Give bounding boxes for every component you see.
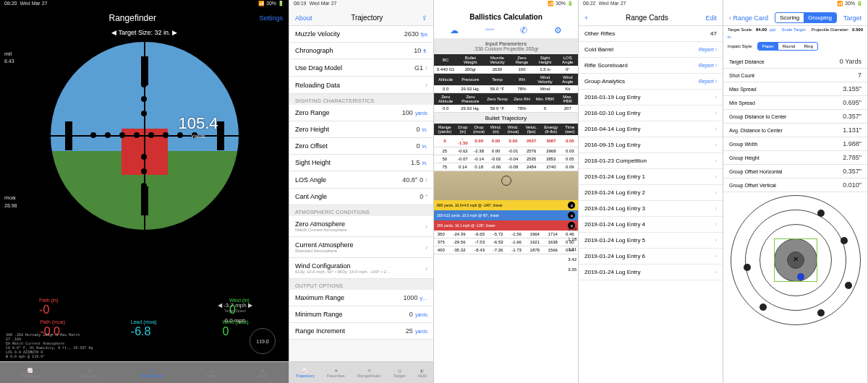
scope-view[interactable]: 105.4Yards: [51, 42, 239, 230]
range-card-row[interactable]: Group AnalyticsReport ›: [579, 74, 723, 90]
range-card-row[interactable]: 2019-01-24 Log Entry 2›: [579, 185, 723, 201]
mode-segment[interactable]: ScoringGrouping: [775, 12, 837, 23]
list-row[interactable]: LOS Angle40.8° 0 ›: [289, 171, 433, 189]
status-bar: 📶 30% 🔋: [723, 0, 867, 10]
tab-bar: 📈Trajectory ★Favorites ✛Rangefinder ◎Tar…: [0, 361, 289, 383]
stat-row: Group Offset Vertical0.010": [723, 178, 867, 192]
target-button[interactable]: Target: [843, 14, 861, 22]
terrain-view[interactable]: [434, 171, 578, 200]
list-row[interactable]: Current AtmosphereStandard Atmosphere ›: [289, 237, 433, 258]
stat-row: Min Spread0.695": [723, 96, 867, 110]
status-bar: 08:19 Wed Mar 27: [289, 0, 433, 10]
close-icon[interactable]: ✕: [568, 212, 575, 219]
list-row[interactable]: Zero Range100yards: [289, 105, 433, 121]
list-row[interactable]: Zero Offset0in.: [289, 138, 433, 155]
list-row[interactable]: Chronograph10ft.: [289, 43, 433, 59]
range-card-row[interactable]: Cold BarrelReport ›: [579, 42, 723, 58]
range-card-row[interactable]: 2016-09-15 Log Entry›: [579, 137, 723, 153]
list-row[interactable]: Minimum Range0yards: [289, 306, 433, 323]
status-bar: 📶 30% 🔋: [434, 0, 578, 10]
target-size-label: ◀ Target Size: 32 in. ▶: [0, 29, 289, 36]
back-button[interactable]: ‹ Range Card: [729, 14, 768, 22]
range-card-row[interactable]: 2019-01-24 Log Entry 1›: [579, 169, 723, 185]
list-row[interactable]: Range Increment25yards: [289, 323, 433, 340]
scale-target-button[interactable]: Scale Target: [781, 27, 805, 32]
pane-trajectory: 08:19 Wed Mar 27 About Trajectory ⇪ Muzz…: [289, 0, 434, 383]
cloud-icon[interactable]: ☁︎: [450, 25, 459, 35]
range-card-row[interactable]: 2019-01-24 Log Entry›: [579, 264, 723, 280]
range-card-row[interactable]: 2018-01-23 Competition›: [579, 153, 723, 169]
list-row[interactable]: Zero AtmosphereMatch Current Atmosphere …: [289, 216, 433, 237]
wind-icon[interactable]: 〰: [485, 25, 494, 35]
phone-icon[interactable]: ✆: [520, 25, 527, 35]
range-card-row[interactable]: 2016-02-10 Log Entry›: [579, 106, 723, 121]
wind-band[interactable]: 200 yards, 16.1 mph @ -135°, linear✕: [434, 220, 578, 231]
stat-row: Max Spread3.155": [723, 82, 867, 96]
tab-trajectory[interactable]: 📈Trajectory: [296, 368, 315, 378]
list-row[interactable]: Sight Height1.5in.: [289, 155, 433, 171]
stat-row: Shot Count7: [723, 69, 867, 82]
list-row[interactable]: Muzzle Velocity2630fps: [289, 26, 433, 43]
tab-rangefinder[interactable]: ✛Rangefinder: [140, 368, 164, 378]
edit-button[interactable]: Edit: [705, 14, 717, 22]
target-face[interactable]: ✕: [731, 195, 861, 325]
range-card-row[interactable]: 2016-04-14 Log Entry›: [579, 121, 723, 137]
speed-readout: ◀ -3.7 mph ▶ Target Speed 0.0 mph: [218, 302, 252, 324]
list-row[interactable]: Use Drag ModelG1 ›: [289, 59, 433, 77]
list-row[interactable]: Wind Configuration613y, 10.0 mph, 90° • …: [289, 258, 433, 279]
settings-button[interactable]: Settings: [259, 14, 283, 22]
input-params-header: Input Parameters.338 Custom Projectile 2…: [434, 38, 578, 54]
add-button[interactable]: +: [584, 14, 588, 22]
status-bar: 08:20 Wed Mar 27 📶 30% 🔋: [0, 0, 289, 10]
range-card-row[interactable]: Rifle ScoreboardReport ›: [579, 58, 723, 74]
about-button[interactable]: About: [295, 14, 312, 22]
tab-favorites[interactable]: ★Favorites: [81, 368, 99, 378]
impact-segment[interactable]: PaperRoundRing: [757, 42, 818, 51]
mil-readout: mil8.43 moa28.98: [4, 51, 17, 209]
pane-rangefinder: 08:20 Wed Mar 27 📶 30% 🔋 Rangefinder Set…: [0, 0, 289, 383]
close-icon[interactable]: ✕: [568, 202, 575, 209]
wind-band[interactable]: 800 yards, 10.0×4.0 mph @ -140°, linear✕: [434, 200, 578, 210]
page-title: Range Cards: [626, 14, 668, 22]
range-card-row[interactable]: 2019-01-24 Log Entry 4›: [579, 217, 723, 233]
icon-row: ☁︎ 〰 ✆ ⚙︎: [434, 22, 578, 38]
stat-row: Group Width1.988": [723, 137, 867, 151]
distance-readout: 105.4Yards: [178, 114, 218, 139]
stat-row: Group Offset Horizontal0.357": [723, 165, 867, 178]
page-title: Ballistics Calculation: [434, 10, 578, 22]
list-row[interactable]: Zero Height0in.: [289, 121, 433, 138]
pane-ballistics: 📶 30% 🔋 Ballistics Calculation ☁︎ 〰 ✆ ⚙︎…: [434, 0, 579, 383]
pane-range-cards: 08:22 Wed Mar 27 + Range Cards Edit Othe…: [579, 0, 723, 383]
wind-band[interactable]: 265-613 yards, 10.0 mph @ 90°, linear✕: [434, 210, 578, 220]
range-card-row[interactable]: Other Rifles47: [579, 26, 723, 42]
stat-row: Group Distance to Center0.357": [723, 110, 867, 124]
stat-row: Target Distance0 Yards: [723, 55, 867, 69]
range-card-row[interactable]: 2016-01-19 Log Entry›: [579, 90, 723, 106]
list-row[interactable]: Cant Angle0°: [289, 189, 433, 205]
pane-target-card: 📶 30% 🔋 ‹ Range Card ScoringGrouping Tar…: [723, 0, 868, 383]
atmo-summary: 308 .264 Hornady 140gr A-Max Match G7 .1…: [6, 332, 93, 358]
tab-target[interactable]: ◎Target: [205, 368, 218, 378]
share-icon[interactable]: ⇪: [422, 14, 427, 22]
status-bar: 08:22 Wed Mar 27: [579, 0, 723, 10]
list-row[interactable]: Reloading Data ›: [289, 77, 433, 94]
stat-row: Group Height2.785": [723, 151, 867, 165]
tab-trajectory[interactable]: 📈Trajectory: [21, 368, 40, 378]
range-card-row[interactable]: 2019-01-24 Log Entry 6›: [579, 249, 723, 264]
list-row[interactable]: Maximum Range1000y…: [289, 290, 433, 306]
page-title: Trajectory: [351, 14, 383, 22]
range-card-row[interactable]: 2019-01-24 Log Entry 3›: [579, 201, 723, 217]
stat-row: Avg. Distance to Center1.131": [723, 124, 867, 137]
wind-dial[interactable]: 119.0: [250, 328, 276, 354]
page-title: Rangefinder: [109, 13, 156, 23]
misc-icon[interactable]: ⚙︎: [554, 25, 562, 35]
range-card-row[interactable]: 2019-01-24 Log Entry 5›: [579, 233, 723, 249]
tab-hud[interactable]: ◐HUD: [258, 368, 268, 378]
